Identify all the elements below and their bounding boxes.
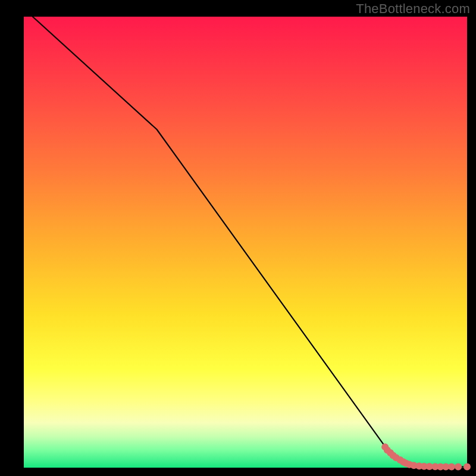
marker-dot (464, 463, 471, 470)
attribution-text: TheBottleneck.com (356, 1, 470, 17)
chart-overlay (24, 17, 467, 468)
marker-group (381, 443, 471, 470)
marker-dot (448, 463, 455, 470)
curve-line (33, 17, 467, 466)
chart-frame: TheBottleneck.com (0, 0, 476, 476)
marker-dot (455, 463, 462, 470)
